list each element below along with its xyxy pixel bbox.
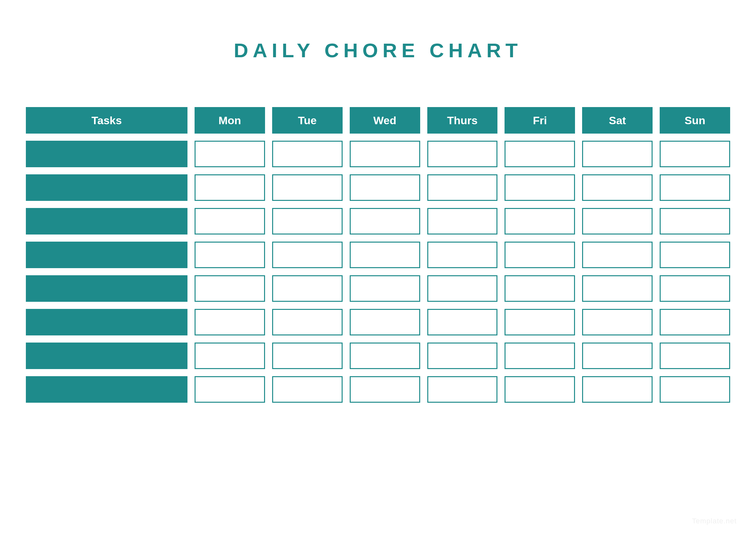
day-cell[interactable] — [195, 174, 265, 201]
day-cell[interactable] — [504, 174, 575, 201]
table-row — [26, 275, 730, 302]
day-cell[interactable] — [427, 174, 498, 201]
day-cell[interactable] — [660, 376, 730, 403]
day-cell[interactable] — [660, 174, 730, 201]
day-cell[interactable] — [272, 343, 343, 369]
day-cell[interactable] — [582, 309, 653, 335]
day-cell[interactable] — [195, 208, 265, 235]
day-cell[interactable] — [350, 141, 420, 167]
day-cell[interactable] — [582, 376, 653, 403]
day-cell[interactable] — [660, 208, 730, 235]
day-cell[interactable] — [195, 343, 265, 369]
day-cell[interactable] — [504, 275, 575, 302]
header-row: Tasks Mon Tue Wed Thurs Fri Sat Sun — [26, 107, 730, 134]
day-cell[interactable] — [504, 343, 575, 369]
page-title: DAILY CHORE CHART — [26, 39, 730, 62]
day-cell[interactable] — [350, 241, 420, 268]
day-cell[interactable] — [350, 343, 420, 369]
day-cell[interactable] — [195, 376, 265, 403]
day-cell[interactable] — [582, 174, 653, 201]
day-cell[interactable] — [582, 275, 653, 302]
header-day-sun: Sun — [660, 107, 730, 134]
day-cell[interactable] — [504, 309, 575, 335]
task-cell[interactable] — [26, 141, 187, 167]
day-cell[interactable] — [427, 208, 498, 235]
table-row — [26, 241, 730, 268]
day-cell[interactable] — [350, 376, 420, 403]
chore-chart: Tasks Mon Tue Wed Thurs Fri Sat Sun — [26, 107, 730, 403]
day-cell[interactable] — [504, 208, 575, 235]
day-cell[interactable] — [427, 376, 498, 403]
day-cell[interactable] — [350, 208, 420, 235]
day-cell[interactable] — [427, 309, 498, 335]
day-cell[interactable] — [272, 141, 343, 167]
task-cell[interactable] — [26, 241, 187, 268]
day-cell[interactable] — [195, 275, 265, 302]
header-day-thurs: Thurs — [427, 107, 498, 134]
task-cell[interactable] — [26, 174, 187, 201]
day-cell[interactable] — [272, 208, 343, 235]
day-cell[interactable] — [195, 241, 265, 268]
task-cell[interactable] — [26, 376, 187, 403]
task-cell[interactable] — [26, 343, 187, 369]
day-cell[interactable] — [660, 241, 730, 268]
day-cell[interactable] — [660, 275, 730, 302]
task-cell[interactable] — [26, 275, 187, 302]
day-cell[interactable] — [272, 241, 343, 268]
day-cell[interactable] — [272, 376, 343, 403]
table-row — [26, 208, 730, 235]
day-cell[interactable] — [427, 141, 498, 167]
day-cell[interactable] — [272, 309, 343, 335]
task-cell[interactable] — [26, 309, 187, 335]
table-row — [26, 141, 730, 167]
day-cell[interactable] — [195, 141, 265, 167]
day-cell[interactable] — [504, 376, 575, 403]
day-cell[interactable] — [427, 241, 498, 268]
day-cell[interactable] — [582, 141, 653, 167]
watermark: Template.net — [692, 517, 737, 525]
day-cell[interactable] — [582, 241, 653, 268]
table-row — [26, 343, 730, 369]
day-cell[interactable] — [660, 309, 730, 335]
header-tasks: Tasks — [26, 107, 187, 134]
header-day-fri: Fri — [504, 107, 575, 134]
table-row — [26, 376, 730, 403]
day-cell[interactable] — [504, 141, 575, 167]
table-row — [26, 309, 730, 335]
day-cell[interactable] — [660, 343, 730, 369]
task-cell[interactable] — [26, 208, 187, 235]
day-cell[interactable] — [272, 275, 343, 302]
day-cell[interactable] — [350, 275, 420, 302]
day-cell[interactable] — [427, 275, 498, 302]
day-cell[interactable] — [350, 309, 420, 335]
day-cell[interactable] — [660, 141, 730, 167]
header-day-sat: Sat — [582, 107, 653, 134]
header-day-wed: Wed — [350, 107, 420, 134]
page: DAILY CHORE CHART Tasks Mon Tue Wed Thur… — [0, 0, 756, 535]
header-day-tue: Tue — [272, 107, 343, 134]
day-cell[interactable] — [272, 174, 343, 201]
header-day-mon: Mon — [195, 107, 265, 134]
day-cell[interactable] — [427, 343, 498, 369]
day-cell[interactable] — [195, 309, 265, 335]
day-cell[interactable] — [582, 343, 653, 369]
table-row — [26, 174, 730, 201]
day-cell[interactable] — [582, 208, 653, 235]
day-cell[interactable] — [504, 241, 575, 268]
day-cell[interactable] — [350, 174, 420, 201]
